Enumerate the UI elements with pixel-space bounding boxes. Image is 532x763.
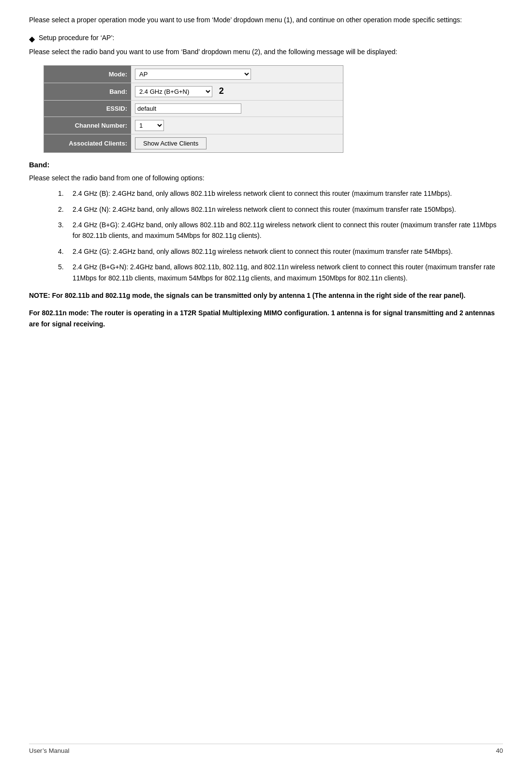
band-list-item-3: 3.2.4 GHz (B+G): 2.4GHz band, only allow… — [58, 220, 503, 241]
clients-value-cell: Show Active Clients — [131, 134, 343, 152]
ap-setup-header: Setup procedure for ‘AP’: — [39, 34, 114, 42]
mimo-note: For 802.11n mode: The router is operatin… — [29, 308, 503, 329]
band-list-num: 1. — [58, 188, 73, 199]
clients-row: Associated Clients: Show Active Clients — [44, 134, 343, 152]
mode-select[interactable]: AP — [135, 69, 251, 80]
channel-select[interactable]: 1 — [135, 120, 164, 131]
band-list-num: 5. — [58, 262, 73, 283]
band-list-item-4: 4.2.4 GHz (G): 2.4GHz band, only allows … — [58, 246, 503, 257]
note-text: NOTE: For 802.11b and 802.11g mode, the … — [29, 290, 503, 301]
bullet-diamond-icon: ◆ — [29, 34, 35, 44]
intro-paragraph: Please select a proper operation mode yo… — [29, 15, 503, 25]
band-heading: Band: — [29, 161, 503, 169]
essid-label: ESSID: — [44, 100, 131, 117]
band-label: Band: — [44, 83, 131, 100]
band-section: Band: Please select the radio band from … — [29, 161, 503, 283]
band-list-text: 2.4 GHz (B): 2.4GHz band, only allows 80… — [73, 188, 503, 199]
channel-row: Channel Number: 1 — [44, 117, 343, 134]
channel-label: Channel Number: — [44, 117, 131, 134]
essid-value-cell — [131, 100, 343, 117]
band-list-item-2: 2.2.4 GHz (N): 2.4GHz band, only allows … — [58, 204, 503, 215]
ap-setup-section: ◆ Setup procedure for ‘AP’: Please selec… — [29, 34, 503, 57]
ap-setup-description: Please select the radio band you want to… — [29, 46, 503, 57]
footer: User’s Manual 40 — [29, 744, 503, 754]
footer-page: 40 — [496, 747, 503, 754]
band-list-num: 3. — [58, 220, 73, 241]
band-list-text: 2.4 GHz (B+G): 2.4GHz band, only allows … — [73, 220, 503, 241]
band-select[interactable]: 2.4 GHz (B+G+N) — [135, 86, 212, 97]
clients-label: Associated Clients: — [44, 134, 131, 152]
essid-input[interactable] — [135, 103, 241, 114]
config-table-wrapper: Mode: AP Band: 2.4 GHz (B+G+N) 2 ESSID: — [44, 65, 343, 153]
footer-label: User’s Manual — [29, 747, 69, 754]
band-list-text: 2.4 GHz (N): 2.4GHz band, only allows 80… — [73, 204, 503, 215]
band-number: 2 — [219, 86, 224, 96]
config-table: Mode: AP Band: 2.4 GHz (B+G+N) 2 ESSID: — [44, 66, 343, 152]
band-list-item-5: 5.2.4 GHz (B+G+N): 2.4GHz band, allows 8… — [58, 262, 503, 283]
essid-row: ESSID: — [44, 100, 343, 117]
band-value-cell: 2.4 GHz (B+G+N) 2 — [131, 83, 343, 100]
band-row: Band: 2.4 GHz (B+G+N) 2 — [44, 83, 343, 100]
band-list-num: 2. — [58, 204, 73, 215]
mode-label: Mode: — [44, 66, 131, 83]
channel-value-cell: 1 — [131, 117, 343, 134]
band-list-text: 2.4 GHz (G): 2.4GHz band, only allows 80… — [73, 246, 503, 257]
band-intro: Please select the radio band from one of… — [29, 173, 503, 183]
mode-row: Mode: AP — [44, 66, 343, 83]
show-active-clients-button[interactable]: Show Active Clients — [135, 137, 207, 149]
band-list-text: 2.4 GHz (B+G+N): 2.4GHz band, allows 802… — [73, 262, 503, 283]
band-list-num: 4. — [58, 246, 73, 257]
band-list-item-1: 1.2.4 GHz (B): 2.4GHz band, only allows … — [58, 188, 503, 199]
mode-value-cell: AP — [131, 66, 343, 83]
band-list: 1.2.4 GHz (B): 2.4GHz band, only allows … — [58, 188, 503, 283]
